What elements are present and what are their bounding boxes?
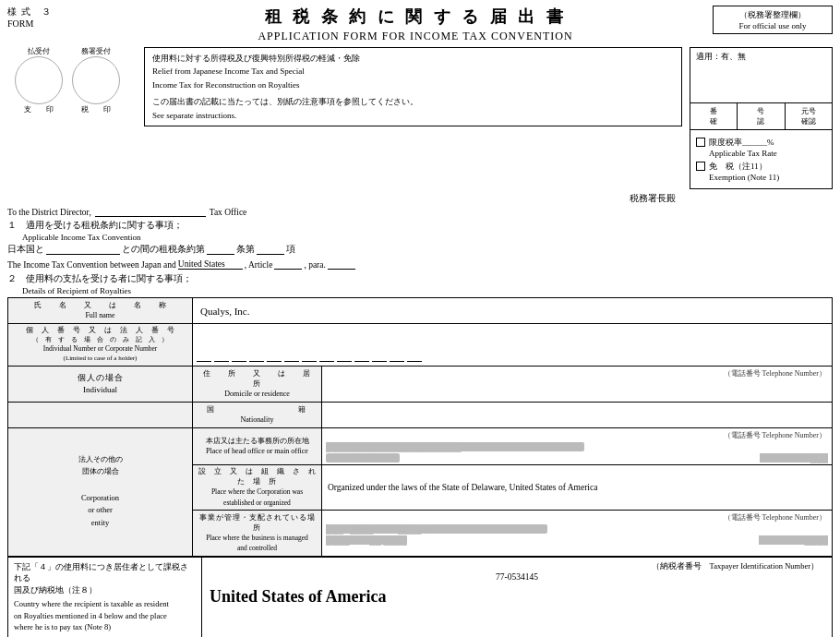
main-table: 氏 名 又 は 名 称 Full name Qualys, Inc. 個 人 番…	[7, 297, 833, 557]
applicable-label: 適用：有、無	[690, 48, 832, 103]
fullname-row: 氏 名 又 は 名 称 Full name Qualys, Inc.	[8, 298, 833, 324]
nationality-label: 国 籍 Nationality	[193, 403, 322, 428]
form-page: 様 式 ３ FORM 租 税 条 約 に 関 す る 届 出 書 APPLICA…	[0, 0, 840, 637]
individual-number-value[interactable]	[193, 324, 833, 367]
individual-spacer	[8, 403, 193, 428]
head-office-tel: +1 (650) 801-6███	[760, 453, 828, 463]
taxpayer-id-label: （納税者番号 Taxpayer Identification Number）	[210, 561, 824, 572]
form-label-en: FORM	[7, 18, 118, 29]
country-field-jp[interactable]	[46, 245, 120, 255]
para-number[interactable]	[257, 245, 284, 255]
stamp1-circle	[15, 56, 63, 104]
confirm-row: 番 確 号 認 元号 確認	[690, 103, 832, 130]
business-value[interactable]: （電話番号 Telephone Number） ███5 ████ Blvd.,…	[322, 510, 833, 556]
corporation-label-cell: 法人その他の 団体の場合 Corporation or other entity	[8, 428, 193, 556]
number-confirm: 番 確	[690, 103, 738, 129]
article-number[interactable]	[207, 245, 234, 255]
established-value[interactable]: Organized under the laws of the State of…	[322, 465, 833, 511]
head-office-row: 法人その他の 団体の場合 Corporation or other entity…	[8, 428, 833, 465]
head-office-label: 本店又は主たる事務所の所在地 Place of head office or m…	[193, 428, 322, 465]
instruction-jp: この届出書の記載に当たっては、別紙の注意事項を参照してください。	[152, 95, 674, 108]
exemption-label: 免 税（注11）Exemption (Note 11)	[709, 161, 779, 182]
domicile-value[interactable]: （電話番号 Telephone Number）	[322, 366, 833, 402]
individual-label-cell: 個人の場合 Individual	[8, 366, 193, 402]
individual-number-row: 個 人 番 号 又 は 法 人 番 号 （ 有 す る 場 合 の み 記 入 …	[8, 324, 833, 367]
description-jp: 使用料に対する所得税及び復興特別所得税の軽減・免除	[152, 52, 674, 65]
section2-jp: ２ 使用料の支払を受ける者に関する事項；	[7, 273, 833, 285]
limited-tax-checkbox[interactable]	[696, 138, 705, 147]
bottom-left-en: Country where the recipient is taxable a…	[14, 598, 196, 633]
country-value: United States of America	[210, 587, 824, 607]
fullname-value[interactable]: Qualys, Inc.	[193, 298, 833, 324]
checkboxes: 限度税率______%Applicable Tax Rate 免 税（注11）E…	[690, 130, 832, 188]
article-en-field[interactable]	[274, 259, 302, 270]
business-label: 事業が管理・支配されている場所 Place where the business…	[193, 510, 322, 556]
official-use-box: （税務署整理欄） For official use only	[713, 6, 833, 34]
instruction-en: See separate instructions.	[152, 109, 674, 122]
business-address1: ███5 ████ Blvd., ████ floor	[326, 524, 547, 534]
official-use-jp: （税務署整理欄）	[719, 9, 826, 21]
bottom-left-jp: 下記「４」の使用料につき居住者として課税される 国及び納税地（注８）	[14, 561, 196, 596]
director-line: To the District Director, Tax Office	[7, 207, 833, 217]
description-en: Relief from Japanese Income Tax and Spec…	[152, 65, 674, 91]
section1-jp: １ 適用を受ける租税条約に関する事項；	[7, 220, 833, 232]
individual-number-label: 個 人 番 号 又 は 法 人 番 号 （ 有 す る 場 合 の み 記 入 …	[8, 324, 193, 367]
gen-confirm: 元号 確認	[786, 103, 832, 129]
taxpayer-id-value: 77-0534145	[210, 572, 824, 582]
stamp2-label-top: 務署受付	[81, 47, 111, 56]
title-jp: 租 税 条 約 に 関 す る 届 出 書	[118, 6, 713, 28]
country-field-en[interactable]: United States	[178, 259, 243, 270]
stamp1-label-bottom: 支 印	[24, 104, 54, 114]
section1-en: Applicable Income Tax Convention	[22, 233, 833, 242]
fullname-label: 氏 名 又 は 名 称 Full name	[8, 298, 193, 324]
form-label-jp: 様 式 ３	[7, 6, 118, 18]
business-address2: ████ City, ██ ████	[326, 535, 407, 545]
para-en-field[interactable]	[328, 259, 355, 270]
nationality-value[interactable]	[322, 403, 833, 428]
stamp1-label-top: 払受付	[28, 47, 50, 56]
head-office-address1: ███████████████████████	[326, 442, 584, 451]
bottom-section: 下記「４」の使用料につき居住者として課税される 国及び納税地（注８） Count…	[7, 557, 833, 637]
title-en: APPLICATION FORM FOR INCOME TAX CONVENTI…	[118, 30, 713, 43]
head-office-value[interactable]: （電話番号 Telephone Number） ████████████████…	[322, 428, 833, 465]
domicile-row: 個人の場合 Individual 住 所 又 は 居 所 Domicile or…	[8, 366, 833, 402]
right-panel: 適用：有、無 番 確 号 認 元号 確認 限度税率______%Applicab…	[690, 47, 833, 189]
official-use-en: For official use only	[719, 21, 826, 30]
convention-en-line: The Income Tax Convention between Japan …	[7, 259, 833, 270]
domicile-label: 住 所 又 は 居 所 Domicile or residence	[193, 366, 322, 402]
bottom-right: （納税者番号 Taxpayer Identification Number） 7…	[202, 558, 832, 637]
director-label: 税務署長殿	[7, 193, 676, 205]
convention-jp-line: 日本国と との間の租税条約第 条第 項	[7, 244, 833, 256]
section2-en: Details of Recipient of Royalties	[22, 286, 833, 295]
head-office-address2	[326, 453, 400, 463]
established-label: 設 立 又 は 組 織 さ れ た 場 所 Place where the Co…	[193, 465, 322, 511]
stamp2-circle	[72, 56, 120, 104]
description-box: 使用料に対する所得税及び復興特別所得税の軽減・免除 Relief from Ja…	[144, 47, 682, 126]
stamp2-label-bottom: 税 印	[81, 104, 111, 114]
tax-office-field[interactable]	[95, 207, 206, 217]
exemption-checkbox[interactable]	[696, 162, 705, 171]
number-confirm2: 号 認	[738, 103, 785, 129]
limited-tax-label: 限度税率______%Applicable Tax Rate	[709, 137, 777, 158]
business-tel: +1 (650) 801 ████	[759, 535, 828, 545]
nationality-row: 国 籍 Nationality	[8, 403, 833, 428]
bottom-left: 下記「４」の使用料につき居住者として課税される 国及び納税地（注８） Count…	[8, 558, 202, 637]
